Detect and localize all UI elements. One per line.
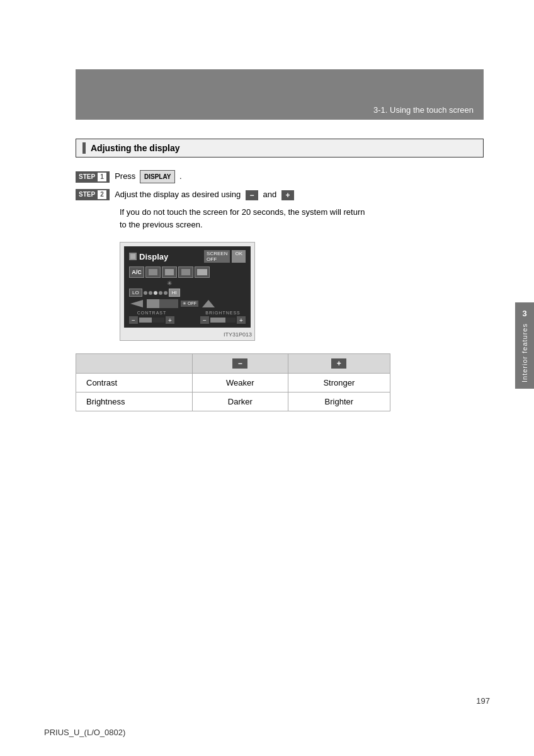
table-col1-header bbox=[76, 354, 193, 374]
main-content: Adjusting the display STEP 1 Press DISPL… bbox=[76, 139, 484, 411]
contrast-bar bbox=[139, 318, 164, 323]
step-1-badge: STEP 1 bbox=[76, 171, 110, 183]
lo-hi-row: LO HI bbox=[129, 289, 246, 297]
arrow-up-icon bbox=[201, 299, 216, 309]
step-1-number: 1 bbox=[98, 173, 106, 181]
step-2-row: STEP 2 Adjust the display as desired usi… bbox=[76, 188, 484, 201]
off-button[interactable]: ✳ OFF bbox=[181, 301, 198, 307]
row-1-plus-val: Stronger bbox=[288, 374, 390, 392]
star-decoration: ✳ bbox=[167, 280, 246, 287]
brightness-minus[interactable]: − bbox=[200, 316, 209, 324]
screenshot-label: ITY31P013 bbox=[120, 331, 252, 338]
plus-ctrl-icon: + bbox=[281, 190, 294, 200]
display-icon bbox=[129, 253, 137, 260]
side-tab: 3 Interior features bbox=[515, 302, 534, 389]
svg-marker-3 bbox=[202, 300, 215, 307]
dot-3 bbox=[154, 291, 157, 295]
icon-btn-4[interactable] bbox=[195, 266, 210, 278]
dot-5 bbox=[164, 291, 168, 295]
table-row: Contrast Weaker Stronger bbox=[76, 374, 390, 392]
dot-1 bbox=[144, 291, 147, 295]
row-1-minus-val: Weaker bbox=[192, 374, 288, 392]
icon-btn-1[interactable] bbox=[145, 266, 161, 278]
page-number: 197 bbox=[476, 696, 490, 706]
ok-button[interactable]: OK bbox=[232, 250, 246, 263]
row-2-plus-val: Brighter bbox=[288, 392, 390, 411]
slider-bar-1 bbox=[147, 299, 178, 308]
display-button-icon: DISPLAY bbox=[140, 170, 175, 183]
sub-text: If you do not touch the screen for 20 se… bbox=[120, 206, 484, 232]
table-minus-icon: − bbox=[232, 358, 247, 369]
side-tab-number: 3 bbox=[522, 309, 526, 318]
step-2-text: Adjust the display as desired using − an… bbox=[115, 188, 297, 201]
section-title: Adjusting the display bbox=[91, 143, 180, 153]
step-2-badge: STEP 2 bbox=[76, 189, 110, 200]
step-1-label: STEP bbox=[79, 173, 95, 180]
icon-btn-3[interactable] bbox=[178, 266, 193, 278]
lo-button[interactable]: LO bbox=[129, 289, 142, 297]
arrow-left-icon bbox=[129, 299, 144, 309]
row-1-label: Contrast bbox=[76, 374, 193, 392]
brightness-label: BRIGHTNESS bbox=[205, 311, 241, 315]
contrast-section: CONTRAST − + bbox=[129, 311, 174, 324]
footer-text: PRIUS_U_(L/O_0802) bbox=[44, 728, 125, 737]
table-col2-header: − bbox=[192, 354, 288, 374]
minus-ctrl-icon: − bbox=[246, 190, 258, 200]
header-bar: 3-1. Using the touch screen bbox=[76, 69, 484, 120]
hi-button[interactable]: HI bbox=[169, 289, 180, 297]
icon-btn-2[interactable] bbox=[162, 266, 177, 278]
section-title-bar: Adjusting the display bbox=[76, 139, 484, 158]
step-1-text: Press DISPLAY . bbox=[115, 170, 182, 183]
step-1-row: STEP 1 Press DISPLAY . bbox=[76, 170, 484, 183]
ac-button[interactable]: A/C bbox=[129, 266, 144, 278]
adjustment-table: − + Contrast Weaker Stronger Brightness … bbox=[76, 353, 390, 411]
row-2-label: Brightness bbox=[76, 392, 193, 411]
brightness-controls: − + bbox=[200, 316, 246, 324]
display-title-row: Display SCREENOFF OK bbox=[129, 250, 246, 263]
display-inner: Display SCREENOFF OK A/C ✳ LO bbox=[124, 246, 251, 328]
header-section-text: 3-1. Using the touch screen bbox=[373, 105, 474, 115]
screen-off-button[interactable]: SCREENOFF bbox=[204, 250, 230, 263]
display-top-buttons: SCREENOFF OK bbox=[204, 250, 246, 263]
dot-2 bbox=[149, 291, 152, 295]
table-plus-icon: + bbox=[331, 358, 346, 369]
brightness-section: BRIGHTNESS − + bbox=[200, 311, 246, 324]
contrast-brightness-section: CONTRAST − + BRIGHTNESS − bbox=[129, 311, 246, 324]
contrast-minus[interactable]: − bbox=[129, 316, 138, 324]
dot-4 bbox=[159, 291, 162, 295]
contrast-plus[interactable]: + bbox=[166, 316, 174, 324]
side-tab-text: Interior features bbox=[521, 323, 528, 382]
svg-marker-2 bbox=[130, 300, 143, 307]
row-2-minus-val: Darker bbox=[192, 392, 288, 411]
brightness-bar bbox=[210, 318, 236, 323]
controls-row: ✳ OFF bbox=[129, 299, 246, 309]
table-row: Brightness Darker Brighter bbox=[76, 392, 390, 411]
display-screenshot: Display SCREENOFF OK A/C ✳ LO bbox=[120, 242, 255, 341]
display-title-text: Display bbox=[129, 252, 168, 261]
contrast-label: CONTRAST bbox=[137, 311, 167, 315]
svg-rect-1 bbox=[130, 254, 135, 259]
step-2-number: 2 bbox=[98, 190, 106, 199]
brightness-plus[interactable]: + bbox=[237, 316, 246, 324]
step-2-label: STEP bbox=[79, 191, 95, 198]
display-button-row-1: A/C bbox=[129, 266, 246, 278]
table-col3-header: + bbox=[288, 354, 390, 374]
contrast-controls: − + bbox=[129, 316, 174, 324]
